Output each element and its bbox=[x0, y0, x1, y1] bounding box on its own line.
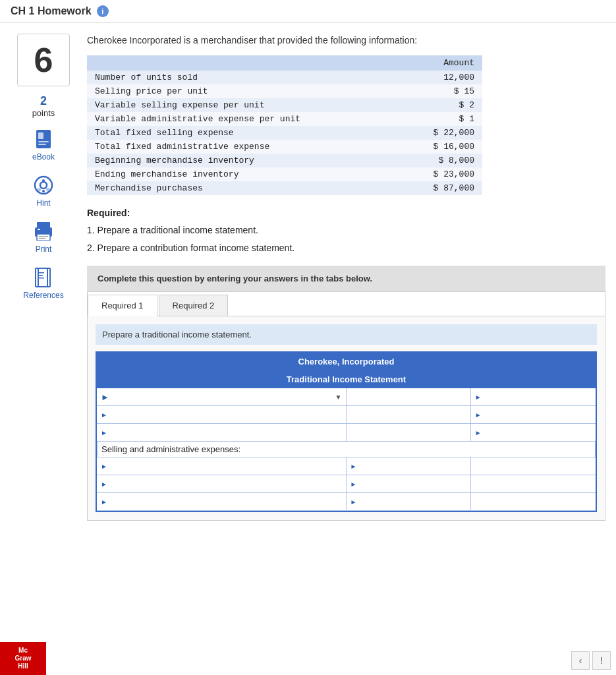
points-label: 2 points bbox=[32, 94, 55, 118]
statement-subtitle: Traditional Income Statement bbox=[97, 370, 596, 388]
references-icon bbox=[33, 267, 54, 288]
table-cell: Ending merchandise inventory bbox=[87, 167, 401, 181]
svg-point-7 bbox=[37, 188, 41, 192]
income-right-6[interactable] bbox=[471, 493, 596, 510]
hint-icon bbox=[33, 175, 54, 196]
svg-rect-0 bbox=[36, 130, 51, 148]
points-text: points bbox=[32, 108, 55, 118]
points-value: 2 bbox=[32, 94, 55, 108]
arrow-left-2: ► bbox=[101, 411, 107, 419]
income-row-1: ► ▼ ► bbox=[97, 388, 596, 406]
statement-title: Cherokee, Incorporated bbox=[97, 353, 596, 370]
page-title: CH 1 Homework bbox=[11, 5, 92, 17]
print-button[interactable]: Print bbox=[28, 218, 59, 256]
table-cell-amount: $ 8,000 bbox=[401, 154, 482, 167]
prev-button[interactable]: ‹ bbox=[571, 651, 590, 670]
mcgraw-line1: Mc bbox=[18, 647, 28, 655]
sidebar: 6 2 points eBook bbox=[11, 34, 76, 521]
arrow-left-5: ► bbox=[101, 481, 107, 488]
income-label-2[interactable]: ► bbox=[97, 406, 347, 423]
table-cell-amount: $ 2 bbox=[401, 98, 482, 112]
mcgraw-line3: Hill bbox=[18, 662, 28, 670]
print-icon bbox=[33, 221, 54, 242]
required-label: Required: bbox=[87, 208, 130, 218]
income-row-5: ► ► bbox=[97, 475, 596, 493]
svg-rect-18 bbox=[38, 272, 44, 274]
complete-notice: Complete this question by entering your … bbox=[87, 266, 605, 291]
income-mid-4[interactable]: ► bbox=[347, 457, 471, 475]
svg-rect-19 bbox=[38, 275, 43, 276]
svg-point-9 bbox=[42, 190, 45, 192]
main-layout: 6 2 points eBook bbox=[0, 23, 616, 531]
tabs-container: Required 1 Required 2 Prepare a traditio… bbox=[87, 291, 605, 521]
selling-admin-label: Selling and administrative expenses: bbox=[97, 442, 596, 457]
table-cell: Number of units sold bbox=[87, 71, 401, 84]
svg-point-6 bbox=[40, 182, 47, 189]
arrow-mid-4: ► bbox=[350, 463, 357, 470]
income-label-5[interactable]: ► bbox=[97, 475, 347, 492]
ebook-icon bbox=[33, 129, 54, 150]
table-cell-amount: $ 22,000 bbox=[401, 126, 482, 140]
dropdown-arrow-left-1: ► bbox=[101, 392, 109, 402]
arrow-left-4: ► bbox=[101, 463, 107, 470]
mcgraw-line2: Graw bbox=[14, 655, 31, 662]
income-mid-2[interactable] bbox=[347, 406, 471, 423]
income-right-5[interactable] bbox=[471, 475, 596, 492]
income-right-2[interactable]: ► bbox=[471, 406, 596, 423]
content-area: Cherokee Incorporated is a merchandiser … bbox=[87, 34, 605, 521]
tab-required2[interactable]: Required 2 bbox=[159, 295, 229, 316]
tab-required1[interactable]: Required 1 bbox=[88, 295, 157, 316]
arrow-right-2: ► bbox=[475, 411, 482, 419]
table-cell-amount: $ 16,000 bbox=[401, 140, 482, 154]
arrow-mid-5: ► bbox=[350, 481, 357, 488]
income-mid-5[interactable]: ► bbox=[347, 475, 471, 492]
info-icon[interactable]: i bbox=[97, 5, 109, 17]
income-mid-3[interactable] bbox=[347, 424, 471, 441]
income-label-3[interactable]: ► bbox=[97, 424, 347, 441]
income-mid-6[interactable]: ► bbox=[347, 493, 471, 510]
page-header: CH 1 Homework i bbox=[0, 0, 616, 23]
arrow-left-6: ► bbox=[101, 498, 107, 506]
next-button[interactable]: ! bbox=[592, 651, 611, 670]
ebook-label: eBook bbox=[32, 152, 55, 161]
question-text: Cherokee Incorporated is a merchandiser … bbox=[87, 34, 605, 47]
references-button[interactable]: References bbox=[18, 264, 69, 303]
income-label-4[interactable]: ► bbox=[97, 457, 347, 475]
question-number: 6 bbox=[17, 34, 70, 86]
income-right-3[interactable]: ► bbox=[471, 424, 596, 441]
income-row-4: ► ► bbox=[97, 457, 596, 475]
tab1-instruction: Prepare a traditional income statement. bbox=[96, 324, 597, 345]
table-cell: Total fixed administrative expense bbox=[87, 140, 401, 154]
svg-rect-1 bbox=[38, 132, 43, 139]
mcgraw-logo: Mc Graw Hill bbox=[0, 642, 46, 675]
income-label-6[interactable]: ► bbox=[97, 493, 347, 510]
bottom-nav: ‹ ! bbox=[566, 646, 616, 675]
required-item: 2. Prepare a contribution format income … bbox=[87, 241, 605, 255]
table-cell-amount: $ 23,000 bbox=[401, 167, 482, 181]
arrow-right-1: ► bbox=[475, 394, 482, 401]
income-label-1[interactable]: ► ▼ bbox=[97, 388, 347, 405]
hint-button[interactable]: Hint bbox=[28, 172, 59, 210]
income-mid-1[interactable] bbox=[347, 388, 471, 405]
svg-rect-15 bbox=[39, 238, 45, 239]
table-cell-amount: $ 15 bbox=[401, 84, 482, 98]
required-item: 1. Prepare a traditional income statemen… bbox=[87, 223, 605, 237]
income-right-1[interactable]: ► bbox=[471, 388, 596, 405]
arrow-right-3: ► bbox=[475, 429, 482, 436]
income-right-4[interactable] bbox=[471, 457, 596, 475]
income-row-2: ► ► bbox=[97, 406, 596, 424]
arrow-left-3: ► bbox=[101, 429, 107, 436]
svg-rect-3 bbox=[38, 144, 46, 145]
dropdown-icon-1[interactable]: ▼ bbox=[335, 394, 342, 401]
svg-rect-14 bbox=[39, 236, 48, 237]
data-table: Amount Number of units sold12,000Selling… bbox=[87, 55, 482, 195]
svg-rect-20 bbox=[38, 278, 44, 279]
amount-header: Amount bbox=[401, 55, 482, 71]
arrow-mid-6: ► bbox=[350, 498, 357, 506]
table-cell: Total fixed selling expense bbox=[87, 126, 401, 140]
table-cell: Variable selling expense per unit bbox=[87, 98, 401, 112]
income-row-6: ► ► bbox=[97, 493, 596, 511]
references-label: References bbox=[23, 291, 63, 300]
income-row-3: ► ► bbox=[97, 424, 596, 442]
ebook-button[interactable]: eBook bbox=[27, 126, 60, 164]
